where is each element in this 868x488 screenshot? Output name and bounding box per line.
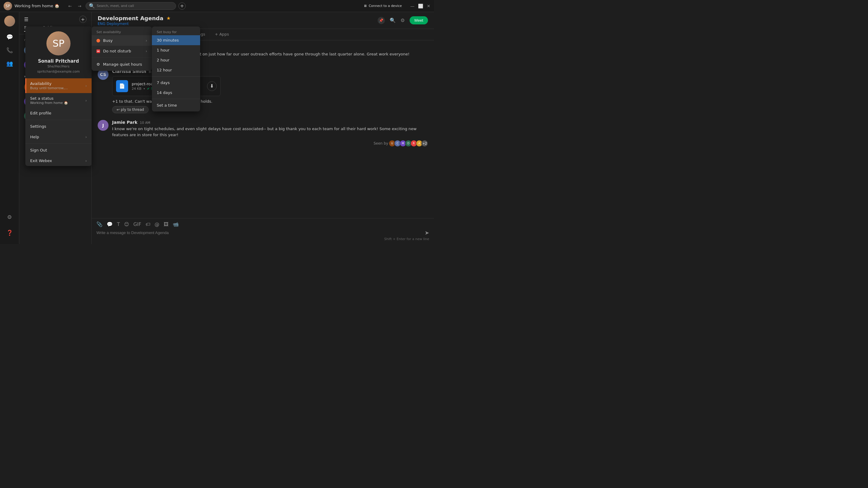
set-availability-header: Set availability: [92, 28, 152, 35]
chat-subtitle[interactable]: ENG Deployment: [98, 22, 374, 26]
add-button[interactable]: +: [179, 2, 186, 10]
nav-back[interactable]: ←: [67, 3, 74, 9]
hamburger-icon[interactable]: ☰: [24, 17, 28, 22]
busy-dot: [96, 39, 100, 42]
sidebar-teams-icon[interactable]: 👥: [4, 58, 15, 69]
manage-quiet-hours-item[interactable]: ⚙️ Manage quiet hours: [92, 59, 152, 70]
seen-by: Seen by U C M D R A +2: [112, 140, 428, 147]
pinned-messages-icon[interactable]: 📌: [378, 17, 385, 24]
image-icon[interactable]: 🖼: [164, 221, 168, 227]
sticker-icon[interactable]: 🏷: [146, 221, 150, 227]
user-avatar-small[interactable]: SP: [4, 2, 12, 10]
message-group: J Jamie Park 10 AM I know we're on tight…: [98, 120, 428, 149]
set-busy-30min[interactable]: 30 minutes: [152, 35, 200, 45]
set-status-arrow: ›: [85, 98, 87, 103]
search-chat-icon[interactable]: 🔍: [390, 18, 396, 23]
search-icon: 🔍: [89, 3, 95, 9]
title-bar-title: Working from home 🏠: [14, 4, 59, 8]
dnd-dot: [96, 50, 100, 53]
sidebar-messages-icon[interactable]: 💬: [4, 31, 15, 42]
search-bar[interactable]: 🔍 Search, meet, and call: [86, 2, 176, 10]
chat-title: Development Agenda: [98, 15, 163, 22]
text-format-icon[interactable]: T: [117, 221, 120, 227]
title-bar: SP Working from home 🏠 ← → 🔍 Search, mee…: [0, 0, 434, 12]
availability-arrow: ›: [85, 84, 87, 88]
seen-avatars: U C M D R A +2: [390, 140, 428, 147]
set-busy-12hour[interactable]: 12 hour: [152, 65, 200, 75]
maximize-button[interactable]: ⬜: [418, 4, 423, 8]
chat-title-area: Development Agenda ★ ENG Deployment: [98, 15, 374, 26]
profile-popup: SP Sonali Pritchard She/Her/Hers spritch…: [25, 27, 92, 166]
emoji-icon[interactable]: 😊: [124, 221, 129, 227]
seen-avatar-more: +2: [421, 140, 428, 147]
set-busy-1hour[interactable]: 1 hour: [152, 45, 200, 55]
profile-email: spritchard@example.com: [30, 70, 87, 73]
set-busy-7days[interactable]: 7 days: [152, 78, 200, 88]
set-busy-14days[interactable]: 14 days: [152, 88, 200, 98]
msg-content-3: Jamie Park 10 AM I know we're on tight s…: [112, 120, 428, 149]
download-button[interactable]: ⬇: [207, 82, 217, 91]
msg-header-3: Jamie Park 10 AM: [112, 120, 428, 125]
sidebar-settings-icon[interactable]: ⚙️: [4, 212, 15, 222]
sidebar-help-icon[interactable]: ❓: [4, 227, 15, 238]
availability-menu-item[interactable]: Availability Busy until tomorrow,... ›: [25, 78, 92, 93]
gear-icon-small: ⚙️: [96, 62, 100, 67]
settings-chat-icon[interactable]: ⚙️: [401, 18, 405, 23]
connect-to-device-button[interactable]: 🖥 Connect to a device: [364, 4, 402, 8]
sidebar: 💬 📞 👥 ⚙️ ❓: [0, 12, 19, 244]
menu-divider-2: [25, 143, 92, 144]
window-controls: — ⬜ ✕: [410, 4, 430, 8]
nav-forward[interactable]: →: [76, 3, 83, 9]
sidebar-bottom: ⚙️ ❓: [4, 212, 15, 240]
exit-webex-menu-item[interactable]: Exit Webex ›: [25, 156, 92, 166]
close-button[interactable]: ✕: [427, 4, 430, 8]
gif-icon[interactable]: GIF: [133, 221, 141, 227]
search-placeholder: Search, meet, and call: [97, 4, 134, 8]
busy-arrow: ›: [146, 38, 147, 43]
help-menu-item[interactable]: Help ›: [25, 132, 92, 142]
title-bar-left: SP Working from home 🏠 ← → 🔍 Search, mee…: [4, 2, 359, 10]
title-bar-right: 🖥 Connect to a device — ⬜ ✕: [364, 4, 430, 8]
set-busy-set-time[interactable]: Set a time: [152, 100, 200, 110]
set-status-label: Set a status Working from home 🏠: [30, 96, 85, 105]
profile-pronouns: She/Her/Hers: [30, 64, 87, 68]
sidebar-calls-icon[interactable]: 📞: [4, 44, 15, 56]
message-input[interactable]: [96, 230, 422, 235]
dnd-availability-item[interactable]: Do not disturb ›: [92, 46, 152, 56]
profile-popup-header: SP Sonali Pritchard She/Her/Hers spritch…: [25, 27, 92, 78]
tab-apps[interactable]: + Apps: [210, 29, 234, 40]
sidebar-avatar[interactable]: [4, 16, 15, 27]
minimize-button[interactable]: —: [410, 4, 414, 8]
avatar-msg3: J: [98, 120, 108, 131]
msg-time-3: 10 AM: [140, 121, 150, 125]
video-icon[interactable]: 📹: [173, 221, 179, 227]
set-busy-divider: [152, 76, 200, 76]
set-busy-divider-2: [152, 99, 200, 99]
sign-out-menu-item[interactable]: Sign Out: [25, 145, 92, 156]
set-status-menu-item[interactable]: Set a status Working from home 🏠 ›: [25, 93, 92, 108]
busy-label-area: Busy: [103, 38, 143, 43]
busy-availability-item[interactable]: Busy ›: [92, 35, 152, 46]
profile-avatar: SP: [46, 31, 70, 56]
chat-header-actions: 📌 🔍 ⚙️ Meet: [378, 16, 428, 24]
dnd-arrow: ›: [146, 49, 147, 53]
availability-submenu: Set availability Busy › Do not disturb ›…: [92, 27, 152, 71]
msg-text-3: I know we're on tight schedules, and eve…: [112, 126, 428, 138]
settings-menu-item[interactable]: Settings: [25, 121, 92, 132]
chat-input-row: ➤: [96, 230, 429, 236]
file-icon: 📄: [116, 80, 128, 92]
meet-button[interactable]: Meet: [410, 16, 428, 24]
reply-to-thread-button[interactable]: ↩ ply to thread: [112, 106, 149, 113]
dnd-label-area: Do not disturb: [103, 49, 143, 53]
star-icon[interactable]: ★: [166, 15, 170, 21]
new-space-button[interactable]: +: [79, 16, 87, 23]
set-busy-2hour[interactable]: 2 hour: [152, 55, 200, 65]
mention-icon[interactable]: @: [155, 221, 159, 227]
attachment-icon[interactable]: 📎: [96, 221, 102, 227]
monitor-icon: 🖥: [364, 4, 367, 8]
message-group: CS Clarissa Smith 8:28 AM 📄 project-road…: [98, 69, 428, 116]
help-arrow: ›: [85, 135, 87, 139]
send-button[interactable]: ➤: [425, 230, 429, 236]
thread-icon[interactable]: 💬: [107, 221, 113, 227]
edit-profile-menu-item[interactable]: Edit profile: [25, 108, 92, 119]
